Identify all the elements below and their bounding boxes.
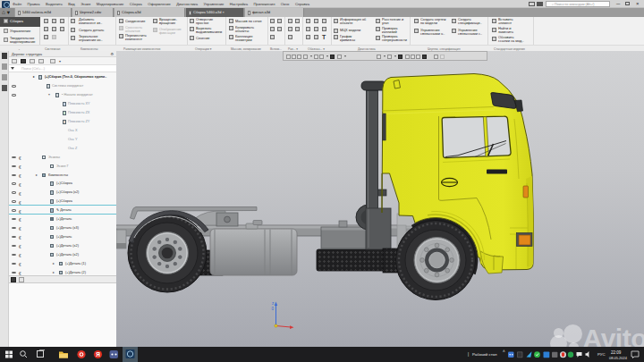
svg-text:0: 0 [272, 307, 275, 311]
svg-text:˄: ˄ [503, 349, 505, 354]
svg-text:Я: Я [96, 351, 100, 358]
svg-text:|: | [468, 352, 469, 357]
svg-text:08.05.2024: 08.05.2024 [609, 356, 628, 360]
svg-text:Рабочий стол: Рабочий стол [472, 352, 497, 357]
svg-text:РУС: РУС [597, 352, 606, 357]
svg-text:z: z [272, 301, 275, 306]
svg-text:22:09: 22:09 [611, 350, 622, 355]
